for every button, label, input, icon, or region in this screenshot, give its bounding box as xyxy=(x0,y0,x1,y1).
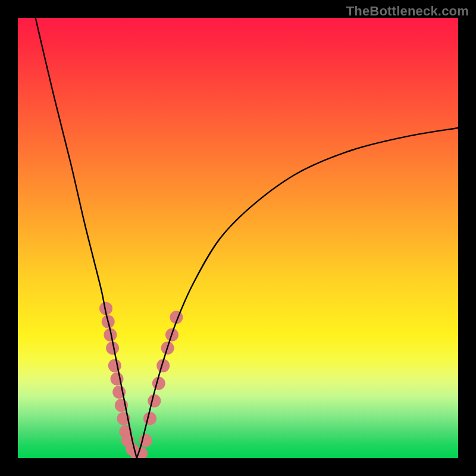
chart-frame: TheBottleneck.com xyxy=(0,0,476,476)
data-marker xyxy=(143,412,156,425)
data-marker xyxy=(148,394,161,408)
watermark-text: TheBottleneck.com xyxy=(346,4,469,19)
plot-area xyxy=(18,18,458,458)
marker-group xyxy=(99,302,183,458)
right-branch-curve xyxy=(137,128,458,458)
data-marker xyxy=(108,359,121,372)
curve-layer xyxy=(18,18,458,458)
